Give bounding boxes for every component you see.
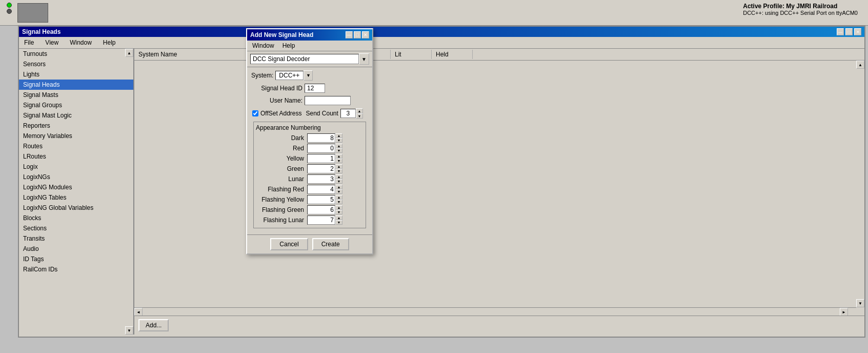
appearance-spinner-btns-0: ▲▼ [335, 133, 342, 143]
appearance-spinner-8: ▲▼ [307, 215, 342, 225]
appearance-spinner-5: ▲▼ [307, 185, 342, 194]
appearance-spinner-2: ▲▼ [307, 154, 342, 163]
appearance-spinner-btns-2: ▲▼ [335, 154, 342, 163]
appearance-spinner-3: ▲▼ [307, 164, 342, 173]
appearance-row-2: Yellow▲▼ [258, 154, 361, 163]
appearance-down-1[interactable]: ▼ [335, 148, 342, 153]
appearance-numbering-group: Appearance Numbering Dark▲▼Red▲▼Yellow▲▼… [253, 122, 366, 228]
appearance-group-title: Appearance Numbering [256, 124, 361, 131]
send-count-input[interactable] [340, 109, 356, 118]
appearance-spinner-btns-1: ▲▼ [335, 144, 342, 153]
appearance-row-6: Flashing Yellow▲▼ [258, 195, 361, 204]
decoder-type-arrow[interactable]: ▼ [359, 53, 369, 65]
appearance-down-6[interactable]: ▼ [335, 200, 342, 204]
appearance-label-8: Flashing Lunar [258, 217, 304, 224]
modal-titlebar: Add New Signal Head — □ ✕ [247, 29, 372, 41]
appearance-up-2[interactable]: ▲ [335, 154, 342, 159]
appearance-spinner-btns-7: ▲▼ [335, 205, 342, 214]
appearance-up-1[interactable]: ▲ [335, 144, 342, 148]
appearance-input-3[interactable] [307, 164, 335, 173]
send-count-spinner-buttons: ▲ ▼ [356, 108, 363, 119]
appearance-label-2: Yellow [258, 155, 304, 162]
appearance-row-4: Lunar▲▼ [258, 174, 361, 184]
appearance-spinner-btns-4: ▲▼ [335, 174, 342, 184]
appearance-spinner-btns-6: ▲▼ [335, 195, 342, 204]
appearance-input-5[interactable] [307, 185, 335, 194]
appearance-input-8[interactable] [307, 215, 335, 225]
decoder-type-row: DCC Signal Decoder ▼ [247, 51, 372, 67]
system-value: DCC++ [275, 71, 304, 80]
send-count-spinner: ▲ ▼ [340, 108, 363, 119]
appearance-input-7[interactable] [307, 205, 335, 214]
signal-head-id-row: Signal Head ID [251, 84, 368, 93]
appearance-label-4: Lunar [258, 175, 304, 183]
appearance-up-5[interactable]: ▲ [335, 185, 342, 189]
appearance-input-2[interactable] [307, 154, 335, 163]
appearance-down-3[interactable]: ▼ [335, 169, 342, 173]
modal-menu-help[interactable]: Help [280, 42, 297, 50]
appearance-up-7[interactable]: ▲ [335, 205, 342, 210]
appearance-down-0[interactable]: ▼ [335, 138, 342, 143]
appearance-label-6: Flashing Yellow [258, 196, 304, 203]
offset-address-checkbox[interactable] [252, 110, 258, 116]
appearance-row-5: Flashing Red▲▼ [258, 185, 361, 194]
modal-overlay: Add New Signal Head — □ ✕ Window Help DC… [0, 0, 868, 353]
appearance-spinner-7: ▲▼ [307, 205, 342, 214]
appearance-down-2[interactable]: ▼ [335, 159, 342, 163]
modal-form: System: DCC++ ▼ Signal Head ID User Name… [247, 67, 372, 234]
appearance-row-0: Dark▲▼ [258, 133, 361, 143]
modal-menu-window[interactable]: Window [250, 42, 276, 50]
offset-address-row: OffSet Address Send Count ▲ ▼ [251, 108, 368, 119]
appearance-label-7: Flashing Green [258, 206, 304, 213]
appearance-up-6[interactable]: ▲ [335, 195, 342, 200]
send-count-label: Send Count [306, 110, 338, 117]
appearance-row-8: Flashing Lunar▲▼ [258, 215, 361, 225]
appearance-up-0[interactable]: ▲ [335, 133, 342, 138]
appearance-rows: Dark▲▼Red▲▼Yellow▲▼Green▲▼Lunar▲▼Flashin… [258, 133, 361, 225]
appearance-down-4[interactable]: ▼ [335, 179, 342, 184]
system-row: System: DCC++ ▼ [251, 70, 368, 81]
appearance-spinner-0: ▲▼ [307, 133, 342, 143]
appearance-input-0[interactable] [307, 133, 335, 143]
appearance-spinner-btns-5: ▲▼ [335, 185, 342, 194]
appearance-label-0: Dark [258, 134, 304, 142]
system-arrow[interactable]: ▼ [304, 70, 313, 81]
appearance-input-6[interactable] [307, 195, 335, 204]
modal-maximize-button[interactable]: □ [354, 31, 361, 38]
modal-titlebar-buttons[interactable]: — □ ✕ [346, 31, 369, 38]
modal-buttons: Cancel Create [247, 234, 372, 253]
appearance-spinner-6: ▲▼ [307, 195, 342, 204]
signal-head-id-label: Signal Head ID [251, 85, 302, 92]
user-name-label: User Name: [251, 97, 302, 104]
appearance-label-3: Green [258, 165, 304, 172]
appearance-input-1[interactable] [307, 144, 335, 153]
appearance-up-8[interactable]: ▲ [335, 215, 342, 220]
appearance-label-5: Flashing Red [258, 186, 304, 193]
appearance-down-8[interactable]: ▼ [335, 220, 342, 225]
modal-title: Add New Signal Head [250, 31, 313, 38]
appearance-down-5[interactable]: ▼ [335, 189, 342, 194]
modal-minimize-button[interactable]: — [346, 31, 353, 38]
appearance-spinner-btns-8: ▲▼ [335, 215, 342, 225]
system-label: System: [251, 72, 273, 79]
appearance-input-4[interactable] [307, 174, 335, 184]
appearance-label-1: Red [258, 145, 304, 152]
user-name-input[interactable] [305, 96, 351, 105]
signal-head-id-input[interactable] [305, 84, 325, 93]
user-name-row: User Name: [251, 96, 368, 105]
modal-close-button[interactable]: ✕ [362, 31, 369, 38]
appearance-row-7: Flashing Green▲▼ [258, 205, 361, 214]
appearance-down-7[interactable]: ▼ [335, 210, 342, 214]
appearance-row-3: Green▲▼ [258, 164, 361, 173]
decoder-type-dropdown[interactable]: DCC Signal Decoder ▼ [250, 53, 369, 65]
modal-menubar: Window Help [247, 41, 372, 51]
appearance-spinner-4: ▲▼ [307, 174, 342, 184]
system-dropdown[interactable]: DCC++ ▼ [275, 70, 313, 81]
create-button[interactable]: Create [312, 238, 349, 250]
appearance-up-4[interactable]: ▲ [335, 174, 342, 179]
send-count-up[interactable]: ▲ [356, 108, 363, 113]
appearance-up-3[interactable]: ▲ [335, 164, 342, 169]
cancel-button[interactable]: Cancel [270, 238, 308, 250]
add-signal-head-dialog: Add New Signal Head — □ ✕ Window Help DC… [246, 28, 373, 254]
send-count-down[interactable]: ▼ [356, 113, 363, 119]
